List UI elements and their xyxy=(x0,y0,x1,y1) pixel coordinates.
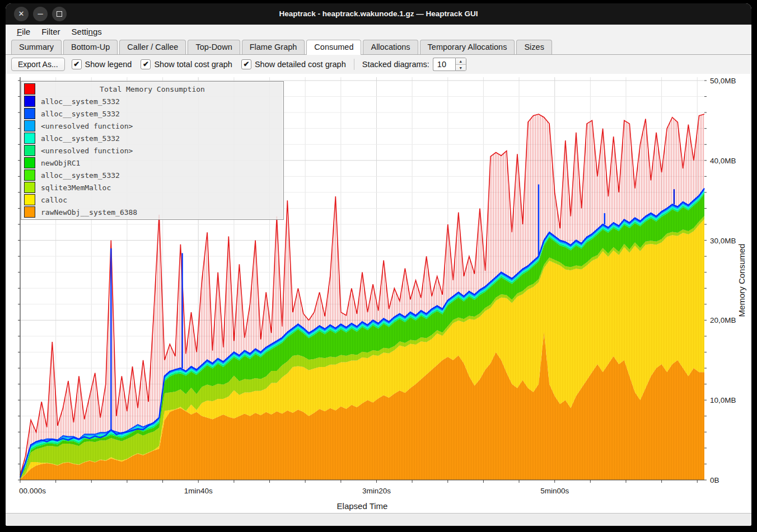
x-axis-title: Elapsed Time xyxy=(337,501,388,511)
title-bar: ✕ ─ Heaptrack - heaptrack.wakunode.1.gz … xyxy=(6,3,751,25)
tab-sizes[interactable]: Sizes xyxy=(516,40,552,54)
legend-row: alloc__system_5332 xyxy=(21,132,283,144)
close-icon: ✕ xyxy=(18,10,25,18)
legend-row: <unresolved function> xyxy=(21,120,283,132)
legend-row: newObjRC1 xyxy=(21,157,283,169)
consumed-chart-panel: 00.000s1min40s3min20s5min00s0B10,0MB20,0… xyxy=(6,74,751,513)
legend-label: <unresolved function> xyxy=(41,122,133,130)
close-button[interactable]: ✕ xyxy=(14,7,29,21)
tab-flame-graph[interactable]: Flame Graph xyxy=(242,40,305,54)
x-tick-label: 00.000s xyxy=(19,487,46,495)
minimize-button[interactable]: ─ xyxy=(33,7,48,21)
checkmark-icon: ✔ xyxy=(141,59,151,69)
spinner-down-button[interactable]: ▼ xyxy=(456,65,466,71)
menu-bar: FileFilterSettings xyxy=(6,25,751,38)
export-as-button[interactable]: Export As... xyxy=(11,58,65,71)
legend-label: alloc__system_5332 xyxy=(41,134,120,143)
x-tick-label: 5min00s xyxy=(540,487,569,495)
legend-row: rawNewObj__system_6388 xyxy=(21,206,283,218)
legend-label: rawNewObj__system_6388 xyxy=(41,208,137,216)
checkmark-icon: ✔ xyxy=(72,59,82,69)
chart-legend: Total Memory Consumptionalloc__system_53… xyxy=(21,81,284,220)
y-tick-label: 30,0MB xyxy=(710,237,736,245)
chevron-down-icon: ▼ xyxy=(459,66,462,70)
y-tick-label: 20,0MB xyxy=(710,316,736,324)
minimize-icon: ─ xyxy=(38,10,43,18)
legend-row: alloc__system_5332 xyxy=(21,107,283,120)
legend-label: alloc__system_5332 xyxy=(41,110,120,118)
checkmark-icon: ✔ xyxy=(241,59,251,69)
maximize-icon xyxy=(57,11,62,17)
legend-swatch xyxy=(24,145,35,156)
legend-label: calloc xyxy=(41,196,67,204)
checkbox-show-total-cost-graph[interactable]: ✔Show total cost graph xyxy=(141,59,232,69)
window-title: Heaptrack - heaptrack.wakunode.1.gz — He… xyxy=(6,3,751,25)
toolbar: Export As... ✔Show legend✔Show total cos… xyxy=(6,55,751,74)
tab-bottom-up[interactable]: Bottom-Up xyxy=(63,40,118,54)
legend-label: alloc__system_5332 xyxy=(41,171,120,180)
legend-row: sqlite3MemMalloc xyxy=(21,181,283,194)
legend-label: alloc__system_5332 xyxy=(41,97,120,106)
x-tick-label: 1min40s xyxy=(184,487,213,495)
legend-row: alloc__system_5332 xyxy=(21,95,283,107)
checkbox-show-legend[interactable]: ✔Show legend xyxy=(72,59,132,69)
legend-swatch xyxy=(24,194,35,205)
legend-swatch xyxy=(24,96,35,107)
toolbar-separator xyxy=(354,59,354,70)
legend-swatch xyxy=(24,120,35,131)
legend-label: sqlite3MemMalloc xyxy=(41,183,111,192)
legend-row: calloc xyxy=(21,194,283,206)
tab-bar: SummaryBottom-UpCaller / CalleeTop-DownF… xyxy=(6,38,751,55)
x-tick-label: 3min20s xyxy=(362,487,391,495)
chevron-up-icon: ▲ xyxy=(459,59,462,63)
status-bar xyxy=(6,513,751,526)
checkbox-label: Show total cost graph xyxy=(154,60,232,69)
legend-label: newObjRC1 xyxy=(41,159,80,167)
tab-temporary-allocations[interactable]: Temporary Allocations xyxy=(420,40,515,54)
maximize-button[interactable] xyxy=(52,7,67,21)
app-window: ✕ ─ Heaptrack - heaptrack.wakunode.1.gz … xyxy=(6,3,751,526)
stacked-diagrams-value[interactable]: 10 xyxy=(433,58,455,71)
menu-item-filter[interactable]: Filter xyxy=(36,26,66,37)
checkbox-show-detailed-cost-graph[interactable]: ✔Show detailed cost graph xyxy=(241,59,346,69)
legend-label: <unresolved function> xyxy=(41,147,133,155)
tab-top-down[interactable]: Top-Down xyxy=(188,40,240,54)
tab-allocations[interactable]: Allocations xyxy=(363,40,418,54)
y-tick-label: 0B xyxy=(710,476,719,484)
legend-row: Total Memory Consumption xyxy=(21,83,283,95)
legend-row: <unresolved function> xyxy=(21,144,283,157)
legend-title: Total Memory Consumption xyxy=(21,85,283,93)
legend-swatch xyxy=(24,182,35,193)
legend-swatch xyxy=(24,108,35,119)
legend-row: alloc__system_5332 xyxy=(21,169,283,181)
tab-consumed[interactable]: Consumed xyxy=(306,40,361,55)
menu-item-file[interactable]: File xyxy=(11,26,36,37)
menu-item-settings[interactable]: Settings xyxy=(66,26,108,37)
legend-swatch xyxy=(24,157,35,168)
checkbox-label: Show legend xyxy=(85,60,132,69)
y-tick-label: 10,0MB xyxy=(710,396,736,404)
y-axis-title: Memory Consumed xyxy=(737,244,746,317)
checkbox-label: Show detailed cost graph xyxy=(255,60,346,69)
stacked-diagrams-spinner[interactable]: 10 ▲ ▼ xyxy=(433,58,466,71)
stacked-diagrams-label: Stacked diagrams: xyxy=(362,60,429,69)
legend-swatch xyxy=(24,133,35,144)
legend-swatch xyxy=(24,170,35,181)
tab-caller-callee[interactable]: Caller / Callee xyxy=(119,40,186,54)
y-tick-label: 40,0MB xyxy=(710,157,736,165)
tab-summary[interactable]: Summary xyxy=(11,40,62,54)
y-tick-label: 50,0MB xyxy=(710,77,736,85)
legend-swatch xyxy=(24,206,35,218)
spinner-up-button[interactable]: ▲ xyxy=(456,58,466,65)
